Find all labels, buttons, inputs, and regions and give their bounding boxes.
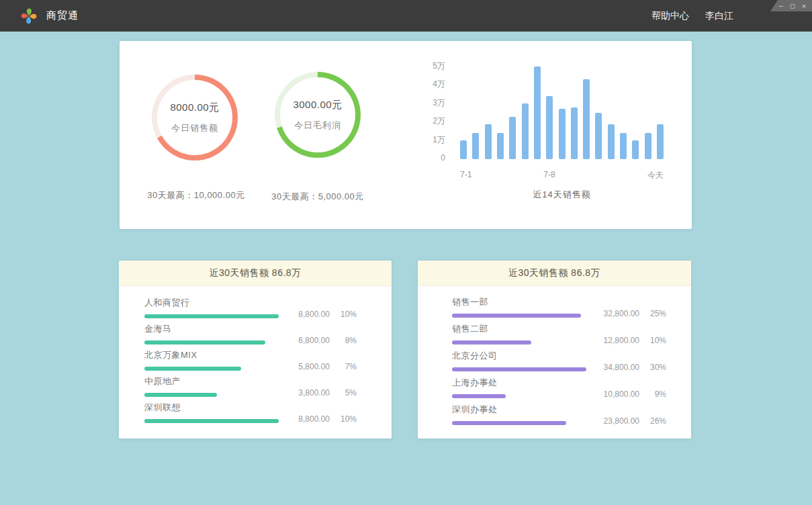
ranking-row-bar <box>452 421 566 425</box>
bar <box>534 66 541 159</box>
today-profit-label: 今日毛利润 <box>294 120 341 132</box>
bar <box>608 124 615 159</box>
ranking-row-bar <box>452 314 581 318</box>
ranking-row-percent: 9% <box>639 389 666 399</box>
ranking-row-percent: 7% <box>330 362 357 371</box>
department-ranking-rows: 销售一部32,800.0025%销售二部12,800.0010%北京分公司34,… <box>418 286 691 429</box>
ranking-row-amount: 10,800.00 <box>591 389 639 399</box>
ranking-row-name: 深圳办事处 <box>452 404 586 416</box>
x-tick: 今天 <box>647 170 664 181</box>
bar <box>645 133 651 159</box>
bar <box>472 133 479 159</box>
ranking-row-percent: 25% <box>639 309 666 318</box>
x-tick: 7-8 <box>543 170 555 179</box>
ranking-row-name: 销售一部 <box>452 296 586 308</box>
ranking-row-name: 深圳联想 <box>144 402 279 414</box>
minimize-button[interactable]: — <box>779 3 783 9</box>
y-tick: 0 <box>408 153 445 163</box>
x-axis: 7-1 7-8 今天 <box>460 170 664 181</box>
bar <box>509 117 516 159</box>
top-nav: 帮助中心 李白江 <box>651 0 733 32</box>
ranking-row-name: 金海马 <box>144 323 279 335</box>
ranking-row: 深圳办事处23,800.0026% <box>452 402 666 429</box>
ranking-row: 中原地产3,800.005% <box>144 374 357 400</box>
bar <box>583 79 590 159</box>
bar <box>522 103 529 159</box>
ranking-row-percent: 30% <box>639 363 666 372</box>
ranking-row: 北京分公司34,800.0030% <box>452 349 666 375</box>
ranking-row: 深圳联想8,800.0010% <box>144 400 357 426</box>
y-tick: 4万 <box>408 79 445 89</box>
maximize-button[interactable]: □ <box>791 3 795 9</box>
ranking-row-amount: 12,800.00 <box>591 336 639 345</box>
ranking-row-name: 销售二部 <box>452 323 586 335</box>
ranking-row-name: 上海办事处 <box>452 377 586 389</box>
y-tick: 1万 <box>408 135 445 144</box>
today-profit-donut: 3000.00元 今日毛利润 <box>275 72 361 158</box>
ranking-row-bar <box>144 314 279 318</box>
ranking-row-percent: 10% <box>330 414 357 424</box>
ranking-row: 销售二部12,800.0010% <box>452 322 666 349</box>
close-button[interactable]: ✕ <box>802 3 806 9</box>
today-sales-label: 今日销售额 <box>171 122 218 134</box>
ranking-row-bar <box>452 340 531 345</box>
summary-card: 8000.00元 今日销售额 30天最高：10,000.00元 3000.00元… <box>120 41 692 229</box>
titlebar: 商贸通 帮助中心 李白江 — □ ✕ <box>0 0 812 32</box>
bar <box>485 124 492 159</box>
ranking-row: 人和商贸行8,800.0010% <box>144 295 357 322</box>
y-axis: 5万 4万 3万 2万 1万 0 <box>408 61 445 163</box>
ranking-row-bar <box>452 394 506 398</box>
ranking-row-amount: 6,800.00 <box>281 336 330 345</box>
user-menu[interactable]: 李白江 <box>705 10 733 22</box>
ranking-row-amount: 34,800.00 <box>591 363 639 372</box>
ranking-row-amount: 5,800.00 <box>281 362 330 371</box>
bar <box>657 124 664 159</box>
bar-series <box>460 66 664 159</box>
ranking-row: 北京万象MIX5,800.007% <box>144 348 357 374</box>
today-profit-value: 3000.00元 <box>293 99 342 111</box>
ranking-row: 上海办事处10,800.009% <box>452 375 666 402</box>
app-title: 商贸通 <box>46 9 79 22</box>
bar <box>460 140 467 159</box>
ranking-row-bar <box>144 367 241 371</box>
app-window: 商贸通 帮助中心 李白江 — □ ✕ 8000.00元 今日销售额 30天最高：… <box>0 0 812 505</box>
ranking-row-amount: 8,800.00 <box>281 310 330 319</box>
bar <box>632 140 639 159</box>
ranking-row-name: 中原地产 <box>144 375 279 387</box>
ranking-row-bar <box>452 367 586 371</box>
bar <box>620 133 627 159</box>
bar <box>571 107 578 159</box>
ranking-row-amount: 23,800.00 <box>591 416 639 426</box>
ranking-row-percent: 10% <box>639 336 666 345</box>
ranking-row: 金海马6,800.008% <box>144 322 357 348</box>
ranking-row-bar <box>144 419 279 423</box>
chart-title: 近14天销售额 <box>460 189 664 201</box>
ranking-row-amount: 32,800.00 <box>591 309 639 318</box>
help-center-link[interactable]: 帮助中心 <box>651 10 689 22</box>
y-tick: 3万 <box>408 98 445 107</box>
ranking-row-percent: 26% <box>639 416 666 426</box>
department-ranking-card: 近30天销售额 86.8万 销售一部32,800.0025%销售二部12,800… <box>418 261 691 439</box>
x-tick: 7-1 <box>460 170 471 179</box>
ranking-row-bar <box>144 393 217 397</box>
today-sales-value: 8000.00元 <box>170 101 219 114</box>
ranking-row-percent: 10% <box>330 310 357 319</box>
customer-ranking-card: 近30天销售额 86.8万 人和商贸行8,800.0010%金海马6,800.0… <box>119 261 392 439</box>
customer-ranking-title: 近30天销售额 86.8万 <box>119 261 392 286</box>
bar <box>497 133 504 159</box>
window-controls: — □ ✕ <box>770 0 812 11</box>
ranking-row-percent: 8% <box>330 336 357 345</box>
ranking-row: 销售一部32,800.0025% <box>452 295 666 322</box>
ranking-row-percent: 5% <box>330 388 357 398</box>
ranking-row-bar <box>144 340 265 345</box>
app-logo-icon <box>20 7 38 25</box>
ranking-row-name: 北京万象MIX <box>144 349 279 361</box>
department-ranking-title: 近30天销售额 86.8万 <box>418 261 691 286</box>
bar <box>559 109 566 159</box>
ranking-row-amount: 3,800.00 <box>281 388 330 398</box>
ranking-row-name: 北京分公司 <box>452 350 586 362</box>
ranking-row-amount: 8,800.00 <box>281 414 330 424</box>
brand: 商贸通 <box>20 0 79 32</box>
y-tick: 5万 <box>408 61 445 71</box>
bar <box>595 113 602 159</box>
